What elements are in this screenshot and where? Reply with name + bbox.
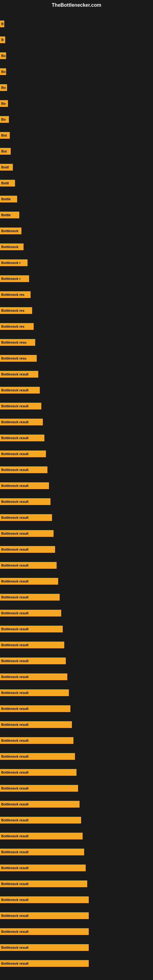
bar: Bottleneck result: [0, 673, 67, 680]
bar: Bottleneck result: [0, 785, 78, 792]
bar-row: Bottleneck result: [0, 705, 153, 713]
bar-row: B: [0, 36, 153, 44]
bar-row: Bottl: [0, 163, 153, 171]
bar-row: Bottle: [0, 211, 153, 219]
bar-row: Bottleneck result: [0, 530, 153, 538]
bar-row: Bottleneck result: [0, 625, 153, 633]
bar: Bottl: [0, 180, 15, 186]
bar-row: Bottleneck result: [0, 609, 153, 617]
bar-row: Bottleneck result: [0, 657, 153, 665]
bar-row: Bottle: [0, 195, 153, 203]
bar: Bottleneck resu: [0, 355, 37, 362]
bar-row: Bottleneck r: [0, 259, 153, 267]
bar: Bottleneck result: [0, 562, 57, 569]
bar-row: B: [0, 20, 153, 28]
bar-row: Bottleneck result: [0, 959, 153, 967]
bar-row: Bo: [0, 115, 153, 123]
bar: Bottleneck result: [0, 737, 73, 744]
bar-row: Bottl: [0, 179, 153, 187]
bar: Bottleneck result: [0, 403, 41, 409]
bar: Bottle: [0, 196, 17, 202]
bar-row: Bottleneck result: [0, 928, 153, 935]
bar: Bottleneck result: [0, 753, 75, 760]
bar-row: Bottleneck result: [0, 943, 153, 951]
bar: Bo: [0, 52, 6, 59]
bar: Bottleneck result: [0, 721, 72, 728]
bar-row: Bottleneck result: [0, 912, 153, 920]
bar: Bottle: [0, 212, 19, 218]
bar: Bottleneck result: [0, 705, 70, 712]
bar-row: Bottleneck result: [0, 816, 153, 824]
bar-row: Bottleneck result: [0, 848, 153, 856]
bar: Bottleneck result: [0, 434, 45, 441]
bar: Bottleneck result: [0, 944, 89, 951]
site-title: TheBottlenecker.com: [52, 2, 101, 8]
bar-row: Bottleneck resu: [0, 339, 153, 346]
bar-row: Bottleneck result: [0, 832, 153, 840]
bar-row: Bottleneck result: [0, 386, 153, 394]
bar: Bot: [0, 148, 11, 155]
bar-row: Bo: [0, 68, 153, 76]
bar: Bottleneck r: [0, 259, 27, 266]
bar: Bottleneck result: [0, 466, 48, 473]
bar: Bottleneck result: [0, 817, 81, 824]
bar: Bottleneck result: [0, 769, 76, 776]
bar: Bottleneck result: [0, 960, 89, 967]
bar: Bottleneck: [0, 228, 21, 234]
bar-row: Bottleneck res: [0, 323, 153, 331]
bar-row: Bottleneck result: [0, 784, 153, 792]
bar: Bottleneck result: [0, 880, 87, 887]
bar-row: Bo: [0, 100, 153, 108]
bar: Bottleneck res: [0, 291, 30, 298]
bar-row: Bottleneck result: [0, 482, 153, 490]
bar-row: Bottleneck: [0, 227, 153, 235]
bar: Bottleneck resu: [0, 339, 35, 346]
bar: B: [0, 37, 5, 43]
bar-row: Bottleneck result: [0, 896, 153, 904]
bar-row: Bottleneck result: [0, 370, 153, 378]
bar-row: Bottleneck result: [0, 498, 153, 506]
bar: Bo: [0, 68, 6, 75]
bar-row: Bottleneck result: [0, 880, 153, 888]
bar: Bo: [0, 100, 8, 107]
bar: Bottleneck result: [0, 896, 89, 903]
bar-row: Bottleneck result: [0, 752, 153, 760]
bar-row: Bottleneck result: [0, 546, 153, 554]
bar-row: Bottleneck result: [0, 689, 153, 697]
bar-row: Bottleneck result: [0, 673, 153, 681]
bar: Bottleneck res: [0, 307, 32, 314]
bar: Bottleneck res: [0, 323, 33, 330]
bar-row: Bottleneck result: [0, 562, 153, 569]
bar: B: [0, 21, 4, 27]
bar-row: Bottleneck result: [0, 768, 153, 776]
bar-row: Bottleneck result: [0, 577, 153, 585]
bar-row: Bottleneck result: [0, 721, 153, 729]
bar: Bottleneck result: [0, 928, 89, 935]
bar: Bottleneck result: [0, 530, 54, 537]
bar-row: Bo: [0, 84, 153, 92]
bar-row: Bottleneck result: [0, 434, 153, 442]
bar: Bottleneck result: [0, 546, 55, 553]
bar-row: Bottleneck resu: [0, 354, 153, 362]
bar: Bottleneck result: [0, 801, 80, 808]
bar-row: Bottleneck result: [0, 450, 153, 458]
bar: Bottleneck: [0, 243, 24, 250]
bar: Bottleneck result: [0, 849, 84, 855]
bar: Bottleneck result: [0, 594, 60, 601]
bar-row: Bottleneck result: [0, 800, 153, 808]
bar: Bot: [0, 132, 10, 139]
bar: Bottl: [0, 164, 13, 170]
bar-row: Bottleneck result: [0, 466, 153, 474]
bar-row: Bo: [0, 52, 153, 60]
bar-row: Bot: [0, 131, 153, 139]
bar: Bottleneck result: [0, 641, 64, 648]
bar: Bottleneck result: [0, 371, 38, 378]
bar-row: Bottleneck result: [0, 514, 153, 522]
bar: Bottleneck result: [0, 482, 49, 489]
bar: Bottleneck result: [0, 626, 63, 632]
bar: Bottleneck result: [0, 498, 51, 505]
bar: Bottleneck result: [0, 610, 61, 616]
bar-row: Bottleneck: [0, 243, 153, 251]
bar: Bottleneck r: [0, 275, 29, 282]
bar: Bottleneck result: [0, 865, 86, 871]
